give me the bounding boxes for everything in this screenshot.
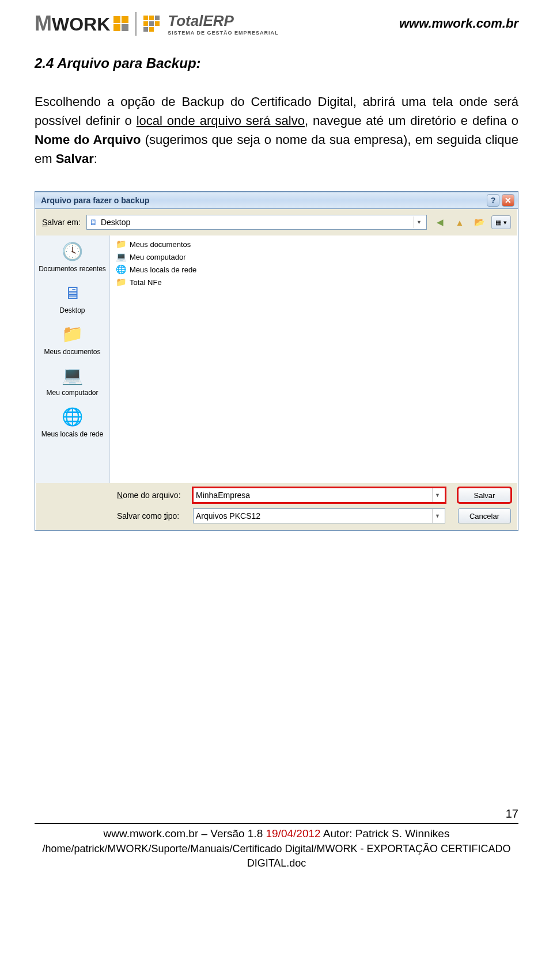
list-item[interactable]: 📁 Meus documentos [115,238,513,250]
section-title: 2.4 Arquivo para Backup: [35,55,518,71]
back-icon[interactable]: ◀ [433,215,448,230]
network-icon: 🌐 [60,405,85,428]
chevron-down-icon[interactable]: ▼ [432,488,442,502]
footer-date: 19/04/2012 [266,827,320,840]
filename-input[interactable]: MinhaEmpresa ▼ [193,488,445,503]
savein-value: Desktop [101,218,130,227]
help-button[interactable]: ? [487,194,499,207]
recent-docs-icon: 🕓 [60,240,85,263]
logo-totalerp-text: TotalERP [168,12,234,29]
save-dialog: Arquivo para fazer o backup ? ✕ Salvar e… [35,191,518,531]
save-button[interactable]: Salvar [458,488,511,503]
computer-icon: 💻 [116,252,126,262]
section-paragraph: Escolhendo a opção de Backup do Certific… [35,92,518,168]
logo-totalerp-squares-icon [143,16,164,32]
footer-url: www.mwork.com.br [104,827,199,840]
desktop-icon: 🖥 [89,218,97,227]
filename-label: Nome do arquivo: [117,491,186,500]
up-folder-icon[interactable]: ▲ [452,215,467,230]
list-item[interactable]: 🌐 Meus locais de rede [115,263,513,276]
folder-icon: 📁 [116,277,126,287]
filetype-label: Salvar como tipo: [117,511,186,521]
place-desktop[interactable]: 🖥 Desktop [37,282,107,315]
folder-icon: 📁 [116,239,126,249]
page-footer: www.mwork.com.br – Versão 1.8 19/04/2012… [35,826,518,871]
footer-divider [35,823,518,824]
documents-icon: 📁 [60,323,85,346]
filetype-combo[interactable]: Arquivos PKCS12 ▼ [193,508,445,523]
computer-icon: 💻 [60,364,85,387]
place-network[interactable]: 🌐 Meus locais de rede [37,405,107,439]
site-url: www.mwork.com.br [399,16,518,31]
list-item[interactable]: 📁 Total NFe [115,276,513,288]
cancel-button[interactable]: Cancelar [458,508,511,523]
place-recent[interactable]: 🕓 Documentos recentes [37,240,107,274]
new-folder-icon[interactable]: 📂 [472,215,487,230]
logo-mwork-squares-icon [113,16,128,31]
dialog-titlebar: Arquivo para fazer o backup ? ✕ [35,192,518,209]
network-icon: 🌐 [116,264,126,275]
chevron-down-icon[interactable]: ▼ [414,216,424,228]
logo-totalerp-tagline: SISTEMA DE GESTÃO EMPRESARIAL [168,30,278,36]
file-list[interactable]: 📁 Meus documentos 💻 Meu computador 🌐 Meu… [110,235,518,483]
savein-combo[interactable]: 🖥 Desktop ▼ [86,215,427,230]
dialog-title: Arquivo para fazer o backup [41,196,149,205]
page-number: 17 [35,807,518,821]
places-bar: 🕓 Documentos recentes 🖥 Desktop 📁 Meus d… [35,235,110,483]
desktop-icon: 🖥 [60,282,85,305]
place-mycomputer[interactable]: 💻 Meu computador [37,364,107,397]
list-item[interactable]: 💻 Meu computador [115,250,513,263]
close-button[interactable]: ✕ [502,194,514,207]
logo-mwork: MWORK [35,12,128,36]
savein-label: Salvar em: [42,218,81,227]
logo-totalerp: TotalERP SISTEMA DE GESTÃO EMPRESARIAL [135,12,278,36]
chevron-down-icon[interactable]: ▼ [432,509,442,523]
footer-path: /home/patrick/MWORK/Suporte/Manuais/Cert… [35,842,518,871]
place-mydocs[interactable]: 📁 Meus documentos [37,323,107,356]
views-button[interactable]: ▦ ▾ [491,215,511,229]
page-header: MWORK TotalERP SISTEMA DE GESTÃO EMPRESA… [35,12,518,41]
